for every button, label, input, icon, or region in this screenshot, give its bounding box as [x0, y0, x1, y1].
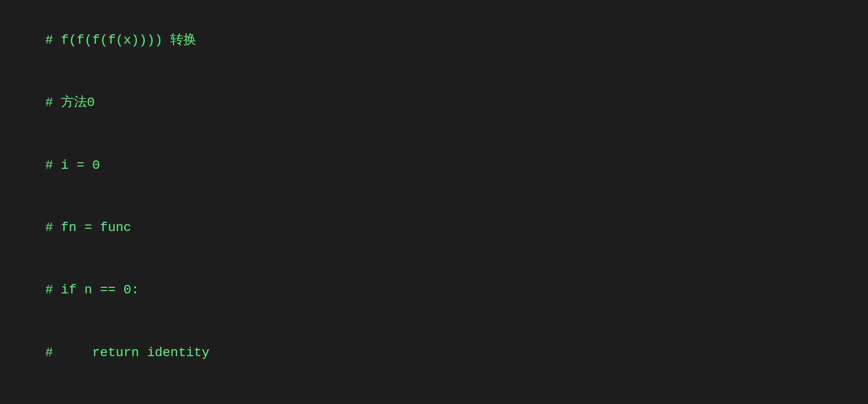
- line-7: # while i < n - 1:: [14, 384, 854, 404]
- comment-hash-1: #: [45, 33, 61, 47]
- line-4: # fn = func: [14, 197, 854, 259]
- line-6: # return identity: [14, 322, 854, 384]
- line-3: # i = 0: [14, 134, 854, 197]
- line-1: # f(f(f(f(x)))) 转换: [14, 9, 854, 72]
- comment-content-2: 方法0: [61, 95, 95, 110]
- comment-content-4: fn = func: [61, 220, 131, 235]
- comment-content-3: i = 0: [61, 158, 100, 172]
- comment-hash-5: #: [45, 283, 61, 297]
- comment-hash-3: #: [45, 158, 61, 172]
- line-5: # if n == 0:: [14, 259, 854, 322]
- comment-hash-6: #: [45, 345, 92, 360]
- comment-hash-4: #: [45, 220, 61, 235]
- line-2: # 方法0: [14, 72, 854, 134]
- code-editor: # f(f(f(f(x)))) 转换 # 方法0 # i = 0 # fn = …: [14, 9, 854, 404]
- comment-content-5: if n == 0:: [61, 283, 139, 297]
- comment-hash-2: #: [45, 95, 61, 110]
- comment-content-1: f(f(f(f(x)))) 转换: [61, 33, 196, 47]
- comment-content-6: return identity: [92, 345, 209, 360]
